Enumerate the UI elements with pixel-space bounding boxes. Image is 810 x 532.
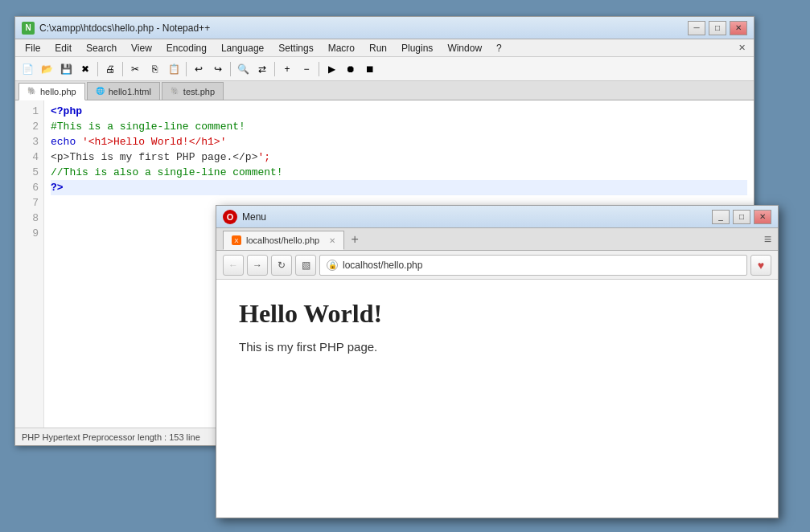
tb-new[interactable]: 📄 xyxy=(19,60,36,78)
menu-macro[interactable]: Macro xyxy=(322,41,361,55)
menu-view[interactable]: View xyxy=(125,41,158,55)
opera-titlebar-controls: _ □ ✕ xyxy=(712,210,771,224)
opera-extensions-icon[interactable]: ≡ xyxy=(764,232,771,247)
opera-tab-label: localhost/hello.php xyxy=(246,235,319,245)
tb-cut[interactable]: ✂ xyxy=(126,60,144,78)
bookmark-button[interactable]: ♥ xyxy=(750,255,771,276)
home-button[interactable]: ▧ xyxy=(295,255,316,276)
tab-label-1: hello1.html xyxy=(109,87,151,96)
tb-zoom-out[interactable]: − xyxy=(298,60,315,78)
tb-sep4 xyxy=(230,62,231,76)
address-bar[interactable]: 🔒 localhost/hello.php xyxy=(319,255,747,276)
minimize-button[interactable]: ─ xyxy=(688,21,705,35)
tb-macro[interactable]: ▶ xyxy=(323,60,340,78)
tb-macro3[interactable]: ⏹ xyxy=(361,60,379,78)
opera-window: O Menu _ □ ✕ X localhost/hello.php ✕ + ≡… xyxy=(216,205,779,518)
tb-close[interactable]: ✖ xyxy=(76,60,94,78)
menu-file[interactable]: File xyxy=(19,41,47,55)
tb-find[interactable]: 🔍 xyxy=(234,60,252,78)
close-button[interactable]: ✕ xyxy=(730,21,747,35)
tb-sep1 xyxy=(97,62,98,76)
page-paragraph: This is my first PHP page. xyxy=(239,340,755,354)
tb-copy[interactable]: ⎘ xyxy=(146,60,163,78)
tab-test-php[interactable]: 🐘 test.php xyxy=(162,82,224,100)
page-heading: Hello World! xyxy=(239,299,755,329)
address-text: localhost/hello.php xyxy=(343,260,422,271)
code-line-5: //This is also a single-line comment! xyxy=(51,165,747,180)
html-file-icon: 🌐 xyxy=(96,87,105,96)
tb-macro2[interactable]: ⏺ xyxy=(342,60,360,78)
menu-help[interactable]: ? xyxy=(490,41,508,55)
tb-sep5 xyxy=(274,62,275,76)
code-line-1: <?php xyxy=(51,104,747,119)
notepad-icon: N xyxy=(22,22,35,35)
secure-icon: 🔒 xyxy=(327,260,338,271)
tb-undo[interactable]: ↩ xyxy=(190,60,208,78)
notepad-menubar: File Edit Search View Encoding Language … xyxy=(15,39,754,57)
menu-language[interactable]: Language xyxy=(215,41,270,55)
opera-titlebar-left: O Menu xyxy=(223,210,266,224)
code-line-3: echo '<h1>Hello World!</h1>' xyxy=(51,134,747,149)
tb-print[interactable]: 🖨 xyxy=(101,60,119,78)
back-button[interactable]: ← xyxy=(223,255,244,276)
titlebar-controls: ─ □ ✕ xyxy=(688,21,747,35)
tab-favicon-icon: X xyxy=(232,235,241,245)
tb-paste[interactable]: 📋 xyxy=(165,60,183,78)
notepad-toolbar: 📄 📂 💾 ✖ 🖨 ✂ ⎘ 📋 ↩ ↪ 🔍 ⇄ + − ▶ ⏺ ⏹ xyxy=(15,57,754,81)
tab-hello-php[interactable]: 🐘 hello.php xyxy=(19,83,85,100)
tb-redo[interactable]: ↪ xyxy=(209,60,227,78)
menu-run[interactable]: Run xyxy=(363,41,393,55)
menu-window[interactable]: Window xyxy=(441,41,488,55)
tb-zoom-in[interactable]: + xyxy=(278,60,296,78)
opera-title: Menu xyxy=(242,211,266,223)
notepad-tabs: 🐘 hello.php 🌐 hello1.html 🐘 test.php xyxy=(15,81,754,100)
opera-active-tab[interactable]: X localhost/hello.php ✕ xyxy=(223,231,344,250)
status-text: PHP Hypertext Preprocessor length : 153 … xyxy=(22,432,200,442)
php-file-icon2: 🐘 xyxy=(171,87,180,96)
notepad-title: C:\xampp\htdocs\hello.php - Notepad++ xyxy=(39,23,210,34)
forward-button[interactable]: → xyxy=(247,255,268,276)
line-numbers: 1 2 3 4 5 6 7 8 9 xyxy=(15,100,44,428)
titlebar-left: N C:\xampp\htdocs\hello.php - Notepad++ xyxy=(22,22,210,35)
menu-settings[interactable]: Settings xyxy=(272,41,319,55)
code-line-4: <p>This is my first PHP page.</p>'; xyxy=(51,149,747,165)
maximize-button[interactable]: □ xyxy=(709,21,726,35)
tb-sep2 xyxy=(122,62,123,76)
menubar-close[interactable]: ✕ xyxy=(734,41,750,55)
reload-button[interactable]: ↻ xyxy=(271,255,292,276)
opera-tabbar: X localhost/hello.php ✕ + ≡ xyxy=(216,228,778,251)
opera-minimize-button[interactable]: _ xyxy=(712,210,730,224)
tab-label-2: test.php xyxy=(183,87,215,96)
php-file-icon: 🐘 xyxy=(27,87,37,96)
code-line-2: #This is a single-line comment! xyxy=(51,119,747,134)
code-line-6: ?> xyxy=(51,180,747,195)
opera-maximize-button[interactable]: □ xyxy=(733,210,750,224)
tab-hello-html[interactable]: 🌐 hello1.html xyxy=(87,82,160,100)
opera-new-tab-button[interactable]: + xyxy=(346,231,364,248)
opera-content: Hello World! This is my first PHP page. xyxy=(216,280,778,518)
opera-titlebar: O Menu _ □ ✕ xyxy=(216,206,778,228)
opera-navbar: ← → ↻ ▧ 🔒 localhost/hello.php ♥ xyxy=(216,251,778,280)
menu-plugins[interactable]: Plugins xyxy=(395,41,439,55)
opera-tab-close-icon[interactable]: ✕ xyxy=(329,236,335,245)
opera-logo-icon: O xyxy=(223,210,237,224)
menu-encoding[interactable]: Encoding xyxy=(160,41,213,55)
tb-sep3 xyxy=(186,62,187,76)
opera-close-button[interactable]: ✕ xyxy=(754,210,771,224)
tb-open[interactable]: 📂 xyxy=(38,60,56,78)
tab-label-0: hello.php xyxy=(40,87,76,96)
tb-save[interactable]: 💾 xyxy=(57,60,75,78)
tb-replace[interactable]: ⇄ xyxy=(253,60,271,78)
menu-search[interactable]: Search xyxy=(80,41,123,55)
notepad-titlebar: N C:\xampp\htdocs\hello.php - Notepad++ … xyxy=(15,17,754,39)
tb-sep6 xyxy=(319,62,319,76)
menu-edit[interactable]: Edit xyxy=(48,41,78,55)
